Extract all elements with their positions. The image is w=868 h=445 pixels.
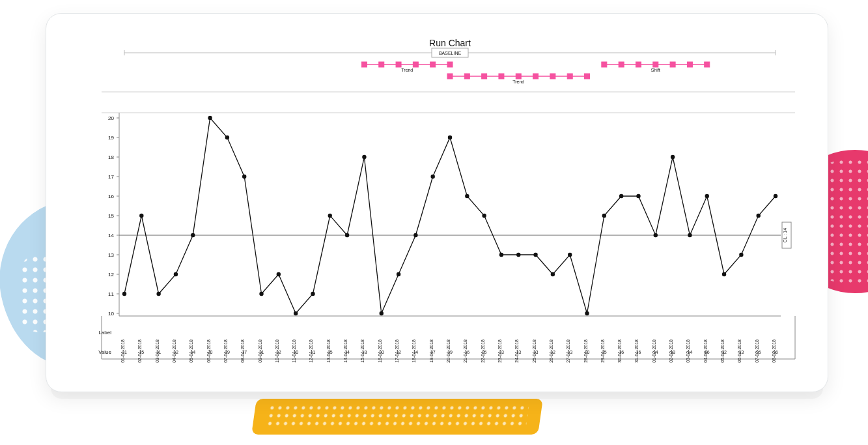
svg-rect-21 xyxy=(533,74,539,79)
annotation-label: Shift xyxy=(651,68,660,72)
x-tick-value: 11 xyxy=(311,350,316,354)
x-tick-value: 18 xyxy=(362,350,367,354)
svg-rect-23 xyxy=(567,74,572,79)
x-tick-value: 14 xyxy=(190,350,195,354)
data-point xyxy=(225,136,229,139)
svg-rect-15 xyxy=(705,62,710,67)
x-tick-value: 17 xyxy=(430,350,436,354)
decor-yellow-stripe xyxy=(251,399,543,435)
y-tick: 12 xyxy=(108,272,114,278)
data-point xyxy=(465,194,469,198)
svg-rect-10 xyxy=(619,62,624,67)
data-point xyxy=(774,194,777,198)
svg-rect-22 xyxy=(550,74,555,79)
svg-rect-24 xyxy=(585,74,590,79)
svg-rect-9 xyxy=(602,62,607,67)
data-point xyxy=(122,292,126,296)
cl-label: CL : 14 xyxy=(783,228,787,242)
data-point xyxy=(705,194,709,198)
svg-rect-20 xyxy=(516,74,521,79)
data-point xyxy=(499,253,503,257)
data-point xyxy=(156,292,160,296)
x-tick-value: 16 xyxy=(464,350,469,354)
data-point xyxy=(362,155,366,159)
data-point xyxy=(380,311,384,315)
x-tick-value: 15 xyxy=(602,350,607,354)
svg-rect-8 xyxy=(447,62,453,67)
x-tick-value: 11 xyxy=(259,350,264,354)
svg-rect-12 xyxy=(653,62,658,67)
x-tick-value: 17 xyxy=(242,350,247,354)
x-tick-value: 14 xyxy=(413,350,418,354)
x-tick-value: 10 xyxy=(379,350,384,354)
data-point xyxy=(654,233,658,237)
x-tick-value: 14 xyxy=(688,350,693,354)
x-tick-value: 19 xyxy=(447,350,453,354)
data-point xyxy=(345,233,349,237)
data-point xyxy=(174,272,178,276)
data-point xyxy=(688,233,692,237)
x-tick-value: 10 xyxy=(293,350,298,354)
data-point xyxy=(311,292,315,296)
data-point xyxy=(208,116,212,120)
chart-svg: Run ChartBASELINETrendShiftTrend10111213… xyxy=(85,33,802,372)
data-point xyxy=(739,253,743,257)
x-tick-value: 20 xyxy=(208,350,213,354)
annotation-label: Trend xyxy=(401,68,413,72)
svg-rect-4 xyxy=(379,62,384,67)
data-point xyxy=(482,214,486,218)
y-tick: 13 xyxy=(108,252,114,258)
data-point xyxy=(533,253,537,257)
data-point xyxy=(277,272,281,276)
y-tick: 17 xyxy=(108,174,114,180)
x-tick-value: 12 xyxy=(276,350,281,354)
row-label-label: Label xyxy=(98,330,111,336)
x-tick-value: 15 xyxy=(139,350,144,354)
data-point xyxy=(430,175,434,179)
x-tick-value: 16 xyxy=(619,350,624,354)
x-tick-value: 12 xyxy=(173,350,178,354)
x-tick-value: 16 xyxy=(773,350,778,354)
data-point xyxy=(259,292,263,296)
data-point xyxy=(602,214,606,218)
y-tick: 18 xyxy=(108,154,114,160)
data-point xyxy=(294,311,298,315)
data-point xyxy=(671,155,675,159)
svg-rect-11 xyxy=(636,62,641,67)
svg-rect-14 xyxy=(687,62,692,67)
svg-rect-17 xyxy=(464,74,469,79)
x-tick-value: 14 xyxy=(653,350,658,354)
data-point xyxy=(636,194,640,198)
x-tick-value: 11 xyxy=(122,350,127,354)
x-tick-value: 15 xyxy=(482,350,487,354)
data-point xyxy=(619,194,623,198)
x-tick-value: 12 xyxy=(396,350,401,354)
x-tick-value: 14 xyxy=(344,350,350,354)
x-tick-value: 13 xyxy=(738,350,744,354)
x-tick-value: 13 xyxy=(516,350,521,354)
x-tick-value: 19 xyxy=(225,350,230,354)
y-tick: 15 xyxy=(108,213,114,219)
data-point xyxy=(397,272,400,276)
data-point xyxy=(568,253,572,257)
svg-rect-16 xyxy=(447,74,453,79)
chart-title: Run Chart xyxy=(429,38,471,48)
device-frame: Run ChartBASELINETrendShiftTrend10111213… xyxy=(46,13,828,392)
data-point xyxy=(516,253,520,257)
baseline-label: BASELINE xyxy=(439,51,462,55)
data-point xyxy=(242,175,246,179)
row-label-value: Value xyxy=(98,349,111,355)
y-tick: 10 xyxy=(108,311,114,317)
x-tick-value: 15 xyxy=(328,350,333,354)
x-tick-value: 16 xyxy=(636,350,641,354)
svg-rect-5 xyxy=(396,62,401,67)
data-point xyxy=(413,233,417,237)
annotation-label: Trend xyxy=(512,79,524,84)
svg-rect-6 xyxy=(413,62,418,67)
data-point xyxy=(756,214,760,218)
svg-rect-18 xyxy=(482,74,487,79)
y-tick: 20 xyxy=(108,115,114,121)
data-series xyxy=(124,118,776,313)
y-tick: 19 xyxy=(108,135,114,141)
x-tick-value: 15 xyxy=(756,350,761,354)
